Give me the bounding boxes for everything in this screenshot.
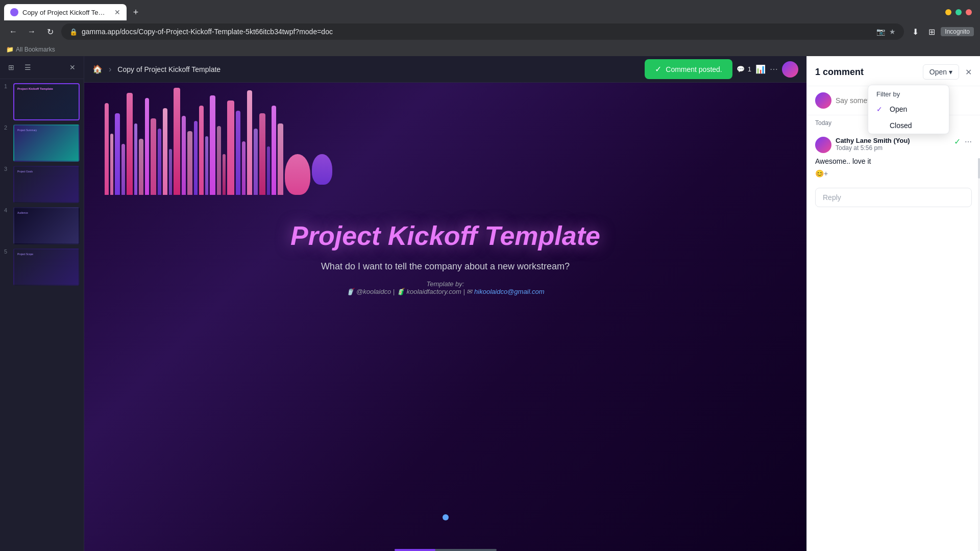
panel-title: 1 comment xyxy=(815,67,919,78)
check-icon: ✓ xyxy=(876,105,885,113)
decorative-bars xyxy=(84,83,806,195)
comment-author-row: Cathy Lane Smith (You) Today at 5:56 pm … xyxy=(815,137,972,153)
filter-option-open[interactable]: ✓ Open xyxy=(868,101,949,117)
slide-thumbnail[interactable]: Project Goals xyxy=(13,166,80,203)
browser-chrome: Copy of Project Kickoff Templa... ✕ + ← … xyxy=(0,0,980,56)
comment-thread: Cathy Lane Smith (You) Today at 5:56 pm … xyxy=(807,131,980,184)
sidebar-toolbar: ⊞ ☰ ✕ xyxy=(0,56,84,79)
comment-actions: ✓ ⋯ xyxy=(954,137,972,146)
browser-actions: ⬇ ⊞ Incognito xyxy=(908,24,974,39)
comment-author-name: Cathy Lane Smith (You) xyxy=(836,137,950,144)
vertical-scrollbar xyxy=(978,158,980,551)
slide-number: 4 xyxy=(4,207,10,213)
slide-title: Project Kickoff Template xyxy=(290,220,600,251)
toast-message: Comment posted. xyxy=(666,65,722,73)
topbar-actions: ✓ Comment posted. 💬 1 📊 ⋯ xyxy=(645,59,798,79)
filter-dropdown: Filter by ✓ Open ✓ Closed xyxy=(868,85,949,134)
panel-scroll-area: Today Cathy Lane Smith (You) Today at 5:… xyxy=(807,115,980,551)
slide-number: 2 xyxy=(4,124,10,131)
slide-template-by: Template by: 🥤 @koolaidco | 🧃 koolaidfac… xyxy=(346,280,544,295)
template-handle: 🥤 @koolaidco xyxy=(346,288,391,295)
address-bar-icons: 📷 ★ xyxy=(876,28,896,36)
slide-thumbnails: 1 Project Kickoff Template 2 Project Sum… xyxy=(0,79,84,551)
download-button[interactable]: ⬇ xyxy=(908,24,922,39)
slide-number: 5 xyxy=(4,248,10,255)
comment-posted-toast: ✓ Comment posted. xyxy=(645,59,732,79)
incognito-badge: Incognito xyxy=(941,27,974,36)
add-emoji-button[interactable]: 😊+ xyxy=(815,169,972,178)
list-item[interactable]: 1 Project Kickoff Template xyxy=(4,83,80,120)
list-item[interactable]: 5 Project Scope xyxy=(4,248,80,286)
breadcrumb-title: Copy of Project Kickoff Template xyxy=(117,65,220,73)
resolve-comment-button[interactable]: ✓ xyxy=(954,137,961,146)
slide-thumbnail[interactable]: Project Summary xyxy=(13,124,80,162)
window-close-button[interactable] xyxy=(966,9,972,15)
app-container: ⊞ ☰ ✕ 1 Project Kickoff Template 2 Proje… xyxy=(0,56,980,551)
maximize-button[interactable] xyxy=(955,9,962,15)
app-topbar: 🏠 › Copy of Project Kickoff Template ✓ C… xyxy=(84,56,806,83)
filter-option-closed[interactable]: ✓ Closed xyxy=(868,117,949,134)
template-separator: | 🧃 xyxy=(393,288,407,295)
list-view-button[interactable]: ☰ xyxy=(20,60,35,74)
filter-option-open-label: Open xyxy=(890,105,907,113)
tab-close-btn[interactable]: ✕ xyxy=(114,8,120,16)
filter-option-closed-label: Closed xyxy=(890,121,912,130)
more-options-button[interactable]: ⋯ xyxy=(770,64,778,74)
slide-subtitle: What do I want to tell the company about… xyxy=(321,261,570,272)
user-avatar[interactable] xyxy=(782,61,798,78)
address-bar[interactable]: 🔒 gamma.app/docs/Copy-of-Project-Kickoff… xyxy=(61,23,904,40)
panel-close-button[interactable]: ✕ xyxy=(965,67,972,77)
refresh-button[interactable]: ↻ xyxy=(43,24,57,39)
slide-number: 3 xyxy=(4,166,10,172)
window-controls xyxy=(945,9,976,15)
panel-header: 1 comment Open ▾ ✕ xyxy=(807,56,980,86)
comment-author-time: Today at 5:56 pm xyxy=(836,144,950,152)
bookmarks-label: All Bookmarks xyxy=(16,46,55,53)
sidebar-close-button[interactable]: ✕ xyxy=(65,60,80,74)
slide-number: 1 xyxy=(4,83,10,89)
horizontal-scrollbar xyxy=(395,549,497,551)
forward-button[interactable]: → xyxy=(24,24,39,39)
scrollbar-thumb xyxy=(395,549,435,551)
list-item[interactable]: 2 Project Summary xyxy=(4,124,80,162)
chevron-down-icon: ▾ xyxy=(949,68,952,76)
new-tab-button[interactable]: + xyxy=(129,5,143,19)
app-main: 🏠 › Copy of Project Kickoff Template ✓ C… xyxy=(84,56,806,551)
slide-indicator-circle xyxy=(443,514,449,520)
comment-text: Awesome.. love it xyxy=(815,157,972,165)
dropdown-header: Filter by xyxy=(868,85,949,101)
extension-button[interactable]: ⊞ xyxy=(924,24,939,39)
comment-author-avatar xyxy=(815,137,831,153)
active-tab[interactable]: Copy of Project Kickoff Templa... ✕ xyxy=(4,4,127,20)
presentation-area: Project Kickoff Template What do I want … xyxy=(84,83,806,551)
list-item[interactable]: 3 Project Goals xyxy=(4,166,80,203)
sidebar: ⊞ ☰ ✕ 1 Project Kickoff Template 2 Proje… xyxy=(0,56,84,551)
reply-input[interactable]: Reply xyxy=(815,188,972,207)
comments-panel: 1 comment Open ▾ ✕ Filter by ✓ Open ✓ Cl… xyxy=(806,56,980,551)
comment-menu-button[interactable]: ⋯ xyxy=(965,138,972,146)
slide-thumbnail[interactable]: Project Scope xyxy=(13,248,80,286)
slide-thumbnail[interactable]: Project Kickoff Template xyxy=(13,83,80,120)
user-avatar-small xyxy=(815,92,831,109)
filter-btn-label: Open xyxy=(929,68,947,76)
home-button[interactable]: 🏠 xyxy=(92,64,103,74)
breadcrumb-separator: › xyxy=(109,65,111,74)
grid-view-button[interactable]: ⊞ xyxy=(4,60,18,74)
analytics-button[interactable]: 📊 xyxy=(755,64,766,74)
slide-canvas: Project Kickoff Template What do I want … xyxy=(84,83,806,551)
slide-thumbnail[interactable]: Audience xyxy=(13,207,80,244)
comment-icon: 💬 xyxy=(737,65,745,73)
back-button[interactable]: ← xyxy=(6,24,20,39)
url-text: gamma.app/docs/Copy-of-Project-Kickoff-T… xyxy=(82,28,333,36)
filter-button[interactable]: Open ▾ xyxy=(923,64,959,80)
list-item[interactable]: 4 Audience xyxy=(4,207,80,244)
tab-favicon xyxy=(10,8,18,16)
check-icon: ✓ xyxy=(655,64,662,74)
bookmarks-icon: 📁 xyxy=(6,46,14,53)
minimize-button[interactable] xyxy=(945,9,951,15)
template-separator2: | ✉ xyxy=(463,288,474,295)
comment-button[interactable]: 💬 1 xyxy=(737,65,751,73)
comment-author-info: Cathy Lane Smith (You) Today at 5:56 pm xyxy=(836,137,950,152)
bookmarks-bar: 📁 All Bookmarks xyxy=(0,43,980,56)
template-email[interactable]: hikoolaidco@gmail.com xyxy=(474,288,544,295)
